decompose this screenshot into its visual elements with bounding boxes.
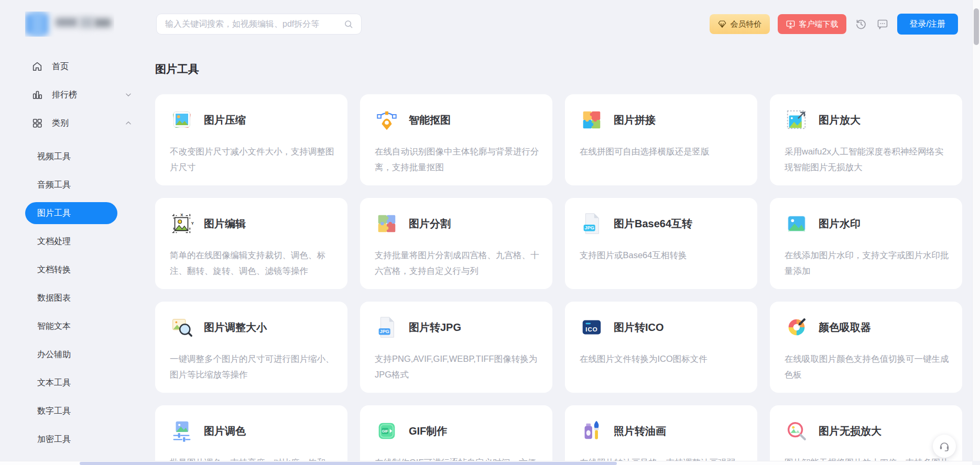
paint-bottle-brush-icon bbox=[580, 419, 604, 443]
image-enlarge-icon bbox=[785, 108, 809, 132]
tool-card-gif-maker[interactable]: GIF GIF制作 在线制作GIF可进行逐帧自定义时间，方便你 bbox=[360, 405, 552, 465]
svg-text:Y: Y bbox=[191, 221, 194, 226]
login-register-button[interactable]: 登录/注册 bbox=[897, 14, 958, 35]
monitor-download-icon bbox=[786, 19, 796, 29]
tool-card-image-compress[interactable]: 图片压缩 不改变图片尺寸减小文件大小，支持调整图片尺寸 bbox=[155, 94, 347, 185]
tool-card-image-watermark[interactable]: 图片水印 在线添加图片水印，支持文字或图片水印批量添加 bbox=[770, 198, 962, 289]
puzzle-pastel-icon bbox=[375, 212, 399, 236]
sidebar-item-number-tools[interactable]: 数字工具 bbox=[25, 400, 117, 422]
magnifier-photo-icon bbox=[785, 419, 809, 443]
tool-card-description: 在线图片文件转换为ICO图标文件 bbox=[580, 351, 745, 367]
tool-card-title: 图片编辑 bbox=[204, 217, 246, 231]
sidebar-item-video-tools[interactable]: 视频工具 bbox=[25, 146, 117, 168]
sidebar: 首页排行榜类别 视频工具音频工具图片工具文档处理文档转换数据图表智能文本办公辅助… bbox=[16, 52, 137, 457]
gif-badge-icon: GIF bbox=[375, 419, 399, 443]
vip-special-button[interactable]: 会员特价 bbox=[710, 14, 770, 34]
svg-text:JPG: JPG bbox=[585, 225, 594, 230]
pen-tool-icon bbox=[375, 108, 399, 132]
sidebar-item-data-chart[interactable]: 数据图表 bbox=[25, 287, 117, 309]
tool-card-title: 图片转JPG bbox=[409, 320, 461, 335]
tool-card-image-edit[interactable]: XY 图片编辑 简单的在线图像编辑支持裁切、调色、标注、翻转、旋转、调色、滤镜等… bbox=[155, 198, 347, 289]
tool-card-image-to-jpg[interactable]: JPG 图片转JPG 支持PNG,AVIF,GIF,WEBP,TIFF图像转换为… bbox=[360, 302, 552, 393]
sidebar-item-encrypt-tools[interactable]: 加密工具 bbox=[25, 428, 117, 450]
tools-grid: 图片压缩 不改变图片尺寸减小文件大小，支持调整图片尺寸 智能抠图 在线自动识别图… bbox=[155, 94, 962, 465]
tool-card-photo-to-oil-painting[interactable]: 照片转油画 在线照片转油画风格，支持调整油画强弱 bbox=[565, 405, 757, 465]
sidebar-item-label: 类别 bbox=[52, 118, 69, 129]
ranking-icon bbox=[31, 89, 43, 101]
sidebar-item-doc-convert[interactable]: 文档转换 bbox=[25, 259, 117, 281]
sidebar-item-text-tools[interactable]: 文本工具 bbox=[25, 372, 117, 394]
tool-card-description: 不改变图片尺寸减小文件大小，支持调整图片尺寸 bbox=[170, 143, 335, 175]
vip-diamond-icon bbox=[717, 19, 727, 29]
tool-card-title: 图片调整大小 bbox=[204, 320, 267, 335]
sidebar-item-doc-process[interactable]: 文档处理 bbox=[25, 230, 117, 252]
tool-card-description: 一键调整多个图片的尺寸可进行图片缩小、图片等比缩放等操作 bbox=[170, 351, 335, 382]
vertical-scrollbar-thumb[interactable] bbox=[974, 8, 979, 45]
svg-text:ICO: ICO bbox=[585, 326, 597, 333]
tool-card-description: 在线自动识别图像中主体轮廓与背景进行分离，支持批量抠图 bbox=[375, 143, 540, 175]
tool-card-description: 支持批量将图片分割成四宫格、九宫格、十六宫格，支持自定义行与列 bbox=[375, 247, 540, 279]
history-icon[interactable] bbox=[854, 17, 868, 31]
tool-card-title: 图片拼接 bbox=[614, 113, 656, 127]
customer-service-button[interactable] bbox=[933, 435, 956, 458]
horizontal-scrollbar[interactable] bbox=[0, 461, 972, 465]
tool-card-title: 图片放大 bbox=[819, 113, 861, 127]
puzzle-bright-icon bbox=[580, 108, 604, 132]
tool-card-description: 支持图片或Base64互相转换 bbox=[580, 247, 745, 263]
tool-card-title: 图片转ICO bbox=[614, 320, 664, 335]
tool-card-title: 图片压缩 bbox=[204, 113, 246, 127]
headset-icon bbox=[938, 440, 951, 452]
tool-card-image-to-ico[interactable]: ICO 图片转ICO 在线图片文件转换为ICO图标文件 bbox=[565, 302, 757, 393]
tool-card-title: 图片无损放大 bbox=[819, 424, 881, 438]
sidebar-item-smart-text[interactable]: 智能文本 bbox=[25, 315, 117, 337]
color-wheel-dropper-icon bbox=[785, 315, 809, 339]
sidebar-item-label: 排行榜 bbox=[52, 90, 77, 101]
sidebar-item-home[interactable]: 首页 bbox=[16, 52, 137, 81]
tool-card-image-split[interactable]: 图片分割 支持批量将图片分割成四宫格、九宫格、十六宫格，支持自定义行与列 bbox=[360, 198, 552, 289]
tool-card-title: 图片调色 bbox=[204, 424, 246, 438]
sidebar-item-office-assist[interactable]: 办公辅助 bbox=[25, 344, 117, 366]
sidebar-item-ranking[interactable]: 排行榜 bbox=[16, 81, 137, 109]
sidebar-item-label: 首页 bbox=[52, 61, 69, 72]
chat-icon[interactable] bbox=[876, 17, 889, 31]
tool-card-image-stitch[interactable]: 图片拼接 在线拼图可自由选择横版还是竖版 bbox=[565, 94, 757, 185]
tool-card-image-resize[interactable]: 图片调整大小 一键调整多个图片的尺寸可进行图片缩小、图片等比缩放等操作 bbox=[155, 302, 347, 393]
tool-card-image-color-adjust[interactable]: 图片调色 批量图片调色，支持亮度、对比度、饱和 bbox=[155, 405, 347, 465]
chevron-up-icon bbox=[124, 118, 133, 128]
tool-card-description: 支持PNG,AVIF,GIF,WEBP,TIFF图像转换为JPG格式 bbox=[375, 351, 540, 382]
tool-card-title: 图片Base64互转 bbox=[614, 217, 692, 231]
tool-card-title: 颜色吸取器 bbox=[819, 320, 871, 335]
sidebar-item-audio-tools[interactable]: 音频工具 bbox=[25, 174, 117, 196]
tool-card-smart-matting[interactable]: 智能抠图 在线自动识别图像中主体轮廓与背景进行分离，支持批量抠图 bbox=[360, 94, 552, 185]
tool-card-description: 在线吸取图片颜色支持色值切换可一键生成色板 bbox=[785, 351, 950, 382]
logo[interactable] bbox=[25, 12, 114, 37]
chevron-down-icon bbox=[124, 90, 133, 99]
sidebar-item-category[interactable]: 类别 bbox=[16, 109, 137, 137]
photo-stack-icon bbox=[170, 108, 194, 132]
svg-text:X: X bbox=[180, 213, 183, 217]
photo-landscape-icon bbox=[785, 212, 809, 236]
tool-card-description: 在线添加图片水印，支持文字或图片水印批量添加 bbox=[785, 247, 950, 279]
tool-card-description: 采用waifu2x人工智能深度卷积神经网络实现智能图片无损放大 bbox=[785, 143, 950, 175]
svg-text:JPG: JPG bbox=[380, 329, 389, 334]
jpg-file-cyan-icon: JPG bbox=[580, 212, 604, 236]
horizontal-scrollbar-thumb[interactable] bbox=[80, 462, 617, 465]
vertical-scrollbar[interactable] bbox=[972, 0, 980, 461]
category-list: 视频工具音频工具图片工具文档处理文档转换数据图表智能文本办公辅助文本工具数字工具… bbox=[16, 146, 137, 450]
tool-card-title: 智能抠图 bbox=[409, 113, 451, 127]
tool-card-image-base64[interactable]: JPG 图片Base64互转 支持图片或Base64互相转换 bbox=[565, 198, 757, 289]
search-box bbox=[156, 14, 362, 35]
tool-card-color-picker[interactable]: 颜色吸取器 在线吸取图片颜色支持色值切换可一键生成色板 bbox=[770, 302, 962, 393]
client-download-button[interactable]: 客户端下载 bbox=[778, 14, 846, 34]
tool-card-description: 在线拼图可自由选择横版还是竖版 bbox=[580, 143, 745, 159]
svg-text:GIF: GIF bbox=[382, 429, 389, 434]
search-icon[interactable] bbox=[343, 19, 354, 29]
tool-card-title: 图片水印 bbox=[819, 217, 861, 231]
tool-card-description: 简单的在线图像编辑支持裁切、调色、标注、翻转、旋转、调色、滤镜等操作 bbox=[170, 247, 335, 279]
tool-card-image-enlarge[interactable]: 图片放大 采用waifu2x人工智能深度卷积神经网络实现智能图片无损放大 bbox=[770, 94, 962, 185]
search-input[interactable] bbox=[164, 19, 343, 29]
home-icon bbox=[31, 61, 43, 72]
tool-card-image-lossless-enlarge[interactable]: 图片无损放大 图片智能无损将图片放大四倍，支持多图片 bbox=[770, 405, 962, 465]
tool-card-title: 照片转油画 bbox=[614, 424, 666, 438]
sidebar-item-image-tools[interactable]: 图片工具 bbox=[25, 202, 117, 224]
